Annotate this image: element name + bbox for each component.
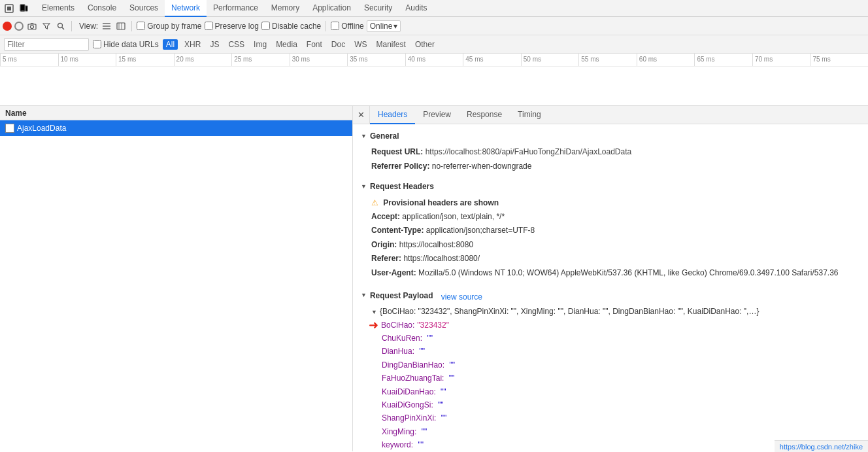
disable-cache-label[interactable]: Disable cache bbox=[261, 22, 321, 31]
tab-response[interactable]: Response bbox=[459, 106, 510, 124]
tick-50ms: 50 ms bbox=[521, 54, 579, 66]
request-url-val[interactable]: https://localhost:8080/api/FaHuoTongZhiD… bbox=[426, 147, 632, 156]
field-keyword-value: "" bbox=[418, 440, 424, 449]
referer-key: Referer: bbox=[371, 254, 401, 263]
warning-icon: ⚠ bbox=[371, 198, 378, 207]
inspect-icon[interactable] bbox=[3, 2, 16, 15]
timeline-ruler: 5 ms 10 ms 15 ms 20 ms 25 ms 30 ms 35 ms… bbox=[0, 54, 868, 67]
view-label: View: bbox=[79, 22, 98, 31]
separator-2 bbox=[131, 21, 132, 31]
filter-font-button[interactable]: Font bbox=[304, 39, 325, 50]
content-type-key: Content-Type: bbox=[371, 226, 424, 235]
tab-elements[interactable]: Elements bbox=[35, 0, 81, 17]
field-bocihao-value: "323432" bbox=[417, 319, 449, 332]
view-source-link[interactable]: view source bbox=[441, 290, 482, 304]
content-type-row: Content-Type: application/json;charset=U… bbox=[371, 224, 860, 237]
filter-other-button[interactable]: Other bbox=[412, 39, 437, 50]
svg-rect-4 bbox=[25, 6, 27, 11]
request-url-key: Request URL: bbox=[371, 147, 423, 156]
svg-point-7 bbox=[58, 23, 63, 27]
status-url[interactable]: https://blog.csdn.net/zhike bbox=[780, 443, 863, 451]
field-bocihao-key: BoCiHao: bbox=[381, 319, 414, 332]
filter-all-button[interactable]: All bbox=[163, 39, 178, 50]
chevron-down-icon: ▾ bbox=[393, 22, 397, 31]
payload-summary-row[interactable]: {BoCiHao: "323432", ShangPinXinXi: "", X… bbox=[371, 305, 860, 318]
tab-sources[interactable]: Sources bbox=[123, 0, 165, 17]
provisional-warning-row: ⚠ Provisional headers are shown bbox=[371, 196, 860, 209]
separator-1 bbox=[71, 21, 72, 31]
user-agent-key: User-Agent: bbox=[371, 268, 416, 277]
status-bar: https://blog.csdn.net/zhike bbox=[775, 440, 868, 451]
filter-xhr-button[interactable]: XHR bbox=[182, 39, 203, 50]
camera-icon[interactable] bbox=[26, 20, 38, 32]
network-list-header: Name bbox=[0, 106, 352, 120]
tab-application[interactable]: Application bbox=[306, 0, 358, 17]
tab-preview[interactable]: Preview bbox=[415, 106, 459, 124]
tick-45ms: 45 ms bbox=[463, 54, 521, 66]
tab-security[interactable]: Security bbox=[358, 0, 399, 17]
tab-performance[interactable]: Performance bbox=[207, 0, 265, 17]
stop-button[interactable] bbox=[14, 22, 24, 31]
filter-ws-button[interactable]: WS bbox=[352, 39, 369, 50]
list-view-icon[interactable] bbox=[101, 20, 112, 32]
general-section-toggle[interactable]: General bbox=[361, 130, 860, 143]
field-xingming-key: XingMing: bbox=[382, 427, 416, 436]
accept-key: Accept: bbox=[371, 212, 400, 221]
disable-cache-checkbox[interactable] bbox=[261, 22, 270, 30]
svg-rect-3 bbox=[22, 10, 24, 10]
network-row-ajaxloaddata[interactable]: AjaxLoadData bbox=[0, 120, 352, 136]
offline-label[interactable]: Offline bbox=[331, 22, 363, 31]
field-fahuozhuangtai-value: "" bbox=[449, 374, 455, 383]
field-kuaididanhao-key: KuaiDiDanHao: bbox=[382, 387, 436, 396]
origin-key: Origin: bbox=[371, 240, 397, 249]
section-divider-2 bbox=[361, 280, 860, 287]
filter-doc-button[interactable]: Doc bbox=[329, 39, 348, 50]
referer-row: Referer: https://localhost:8080/ bbox=[371, 252, 860, 265]
throttle-select[interactable]: Online ▾ bbox=[367, 20, 401, 32]
filter-media-button[interactable]: Media bbox=[273, 39, 300, 50]
network-list-panel: Name AjaxLoadData bbox=[0, 106, 353, 451]
filter-input[interactable] bbox=[4, 38, 89, 51]
field-chukuren-value: "" bbox=[427, 334, 433, 343]
tab-console[interactable]: Console bbox=[81, 0, 123, 17]
request-headers-section-toggle[interactable]: Request Headers bbox=[361, 180, 860, 193]
tab-network[interactable]: Network bbox=[165, 0, 207, 17]
preserve-log-checkbox[interactable] bbox=[205, 22, 213, 30]
payload-toggle[interactable]: Request Payload bbox=[361, 289, 433, 302]
offline-checkbox[interactable] bbox=[331, 22, 339, 30]
hide-data-urls-checkbox[interactable] bbox=[93, 40, 101, 48]
tab-audits[interactable]: Audits bbox=[399, 0, 433, 17]
filter-css-button[interactable]: CSS bbox=[225, 39, 247, 50]
tab-headers[interactable]: Headers bbox=[370, 106, 415, 124]
timeline: 5 ms 10 ms 15 ms 20 ms 25 ms 30 ms 35 ms… bbox=[0, 54, 868, 106]
filter-row: Hide data URLs All XHR JS CSS Img Media … bbox=[0, 35, 868, 54]
payload-summary-text: {BoCiHao: "323432", ShangPinXinXi: "", X… bbox=[380, 305, 760, 318]
group-by-frame-label[interactable]: Group by frame bbox=[137, 22, 201, 31]
hide-data-urls-label[interactable]: Hide data URLs bbox=[93, 40, 159, 49]
device-icon[interactable] bbox=[17, 2, 30, 15]
field-keyword-key: keyword: bbox=[382, 440, 413, 449]
filter-js-button[interactable]: JS bbox=[207, 39, 222, 50]
section-divider-1 bbox=[361, 173, 860, 180]
tab-timing[interactable]: Timing bbox=[510, 106, 549, 124]
tab-memory[interactable]: Memory bbox=[265, 0, 306, 17]
waterfall-view-icon[interactable] bbox=[115, 20, 127, 32]
group-by-frame-checkbox[interactable] bbox=[137, 22, 145, 30]
tick-55ms: 55 ms bbox=[578, 54, 637, 66]
tick-15ms: 15 ms bbox=[116, 54, 174, 66]
record-button[interactable] bbox=[3, 22, 12, 31]
separator-3 bbox=[326, 21, 326, 31]
filter-manifest-button[interactable]: Manifest bbox=[374, 39, 409, 50]
origin-row: Origin: https://localhost:8080 bbox=[371, 238, 860, 251]
field-bocihao: ➜ BoCiHao: "323432" bbox=[382, 319, 860, 332]
filter-img-button[interactable]: Img bbox=[251, 39, 269, 50]
preserve-log-label[interactable]: Preserve log bbox=[205, 22, 259, 31]
close-panel-button[interactable]: ✕ bbox=[353, 106, 370, 124]
field-shangpinxinxi-value: "" bbox=[441, 413, 447, 423]
tick-70ms: 70 ms bbox=[752, 54, 810, 66]
tick-30ms: 30 ms bbox=[290, 54, 348, 66]
field-dianhua-value: "" bbox=[419, 347, 425, 356]
search-icon[interactable] bbox=[55, 20, 67, 32]
filter-icon[interactable] bbox=[41, 20, 52, 32]
field-dianhua-key: DianHua: bbox=[382, 347, 414, 356]
